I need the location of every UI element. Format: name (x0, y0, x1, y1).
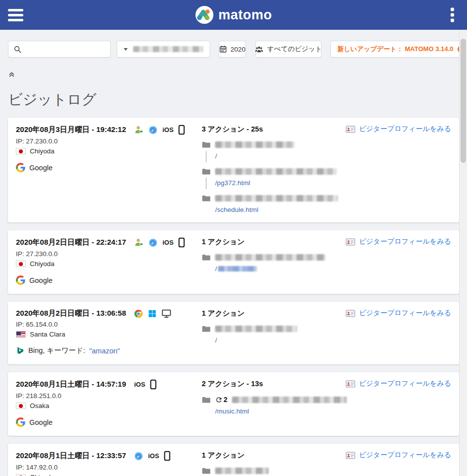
id-card-icon (346, 238, 355, 246)
action-item: 2 /music.html (202, 396, 347, 415)
users-icon (255, 45, 263, 54)
action-title-blurred[interactable] (215, 254, 325, 261)
collapse-button[interactable] (8, 70, 15, 78)
visit-ip: IP: 27.230.0.0 (16, 250, 202, 258)
os-label: iOS (162, 239, 173, 246)
actions-summary: 1 アクション (202, 451, 347, 460)
returning-visitor-icon (134, 238, 144, 247)
mobile-phone-icon (178, 237, 185, 248)
top-navbar: matomo (0, 0, 467, 30)
google-icon (16, 417, 25, 427)
visit-info-column: 2020年08月2日日曜日 - 13:06:58 IP: 65.154.0.0 … (16, 309, 202, 355)
visit-ip: IP: 147.92.0.0 (16, 464, 202, 471)
actions-summary: 1 アクション (202, 309, 347, 318)
scrollbar-track[interactable] (459, 30, 467, 476)
id-card-icon (346, 310, 355, 317)
logo-text: matomo (218, 7, 272, 23)
referrer-name: Google (29, 164, 53, 172)
visit-card: 2020年08月1日土曜日 - 12:33:57 iOS IP: 147.92.… (8, 444, 459, 476)
action-url[interactable]: / (215, 337, 217, 344)
update-label: 新しいアップデート： MATOMO 3.14.0 (337, 45, 454, 54)
referrer-name: Google (29, 276, 53, 284)
action-title-blurred[interactable] (232, 397, 347, 403)
action-title-blurred[interactable] (215, 326, 297, 332)
mobile-phone-icon (164, 451, 170, 461)
action-url[interactable]: /schedule.html (215, 206, 258, 213)
action-url[interactable]: / (215, 152, 217, 160)
visit-city: Chiyoda (30, 147, 55, 155)
os-label: iOS (148, 452, 159, 460)
visitor-profile-link[interactable]: ビジタープロフィールをみる (346, 237, 451, 246)
visitor-profile-link-label: ビジタープロフィールをみる (359, 237, 451, 246)
action-title-blurred[interactable] (215, 141, 295, 148)
visitor-profile-link[interactable]: ビジタープロフィールをみる (346, 309, 451, 318)
calendar-icon (219, 45, 227, 53)
action-item: / (202, 254, 347, 272)
returning-visitor-icon (134, 125, 144, 135)
os-label: iOS (134, 381, 145, 388)
action-url[interactable]: / (215, 265, 217, 272)
kebab-menu-icon[interactable] (451, 6, 454, 24)
action-title-blurred[interactable] (215, 468, 269, 474)
os-label: iOS (162, 126, 173, 134)
action-item: / (202, 467, 347, 476)
id-card-icon (346, 452, 355, 459)
visit-ip: IP: 27.230.0.0 (16, 137, 202, 145)
visit-info-column: 2020年08月3日月曜日 - 19:42:12 iOS IP: 27.230.… (16, 125, 202, 172)
referrer-keyword-label: Bing, キーワード: (28, 346, 85, 355)
chrome-icon (134, 309, 143, 318)
actions-summary: 2 アクション - 13s (202, 379, 347, 389)
segment-label: すべてのビジット (267, 45, 322, 54)
action-url[interactable]: /music.html (215, 408, 249, 415)
visit-datetime: 2020年08月2日日曜日 - 22:24:17 (16, 238, 134, 247)
visit-ip: IP: 218.251.0.0 (16, 392, 202, 400)
japan-flag-icon (16, 403, 26, 409)
visit-actions-column: 1 アクション / (202, 309, 347, 344)
matomo-logo[interactable]: matomo (195, 5, 272, 24)
visitor-profile-link-label: ビジタープロフィールをみる (359, 309, 451, 318)
action-title-blurred[interactable] (215, 195, 338, 202)
update-notification[interactable]: 新しいアップデート： MATOMO 3.14.0 (330, 41, 467, 58)
action-item: / (202, 141, 347, 160)
hamburger-menu-icon[interactable] (8, 6, 23, 24)
site-selector[interactable] (117, 41, 210, 58)
actions-summary: 1 アクション (202, 237, 347, 247)
visitor-profile-link-label: ビジタープロフィールをみる (359, 379, 451, 388)
folder-icon (202, 141, 211, 148)
visit-city: Osaka (30, 402, 49, 409)
action-item: / (202, 325, 347, 344)
id-card-icon (346, 380, 355, 388)
search-icon (13, 45, 22, 54)
segment-selector[interactable]: すべてのビジット (255, 41, 321, 58)
action-url-blurred[interactable] (218, 266, 257, 272)
mobile-phone-icon (150, 379, 156, 390)
visitor-profile-link[interactable]: ビジタープロフィールをみる (346, 379, 451, 388)
matomo-logo-icon (195, 5, 214, 24)
scrollbar-thumb[interactable] (461, 39, 466, 163)
search-box[interactable] (8, 41, 111, 58)
visit-card: 2020年08月3日月曜日 - 19:42:12 iOS IP: 27.230.… (8, 118, 459, 222)
visit-city: Chiyoda (30, 474, 55, 476)
referrer-keyword-link[interactable]: "amazon" (89, 347, 120, 355)
page-title: ビジットログ (8, 90, 459, 110)
visitor-profile-link[interactable]: ビジタープロフィールをみる (346, 451, 451, 460)
desktop-monitor-icon (161, 309, 171, 318)
visitor-profile-link-label: ビジタープロフィールをみる (359, 451, 451, 460)
safari-icon (134, 452, 143, 461)
folder-icon (202, 467, 211, 475)
japan-flag-icon (16, 261, 26, 267)
folder-icon (202, 168, 211, 175)
visitor-profile-link[interactable]: ビジタープロフィールをみる (346, 125, 451, 134)
folder-icon (202, 396, 211, 404)
visit-datetime: 2020年08月1日土曜日 - 12:33:57 (16, 451, 134, 461)
folder-icon (202, 195, 211, 202)
bing-icon (16, 346, 24, 355)
search-input[interactable] (26, 45, 105, 54)
date-selector[interactable]: 2020 (219, 41, 246, 58)
japan-flag-icon (16, 148, 26, 154)
action-url[interactable]: /pg372.html (215, 179, 250, 187)
visit-city: Santa Clara (30, 331, 65, 338)
actions-summary: 3 アクション - 25s (202, 125, 347, 134)
action-title-blurred[interactable] (215, 168, 337, 175)
google-icon (16, 275, 25, 285)
